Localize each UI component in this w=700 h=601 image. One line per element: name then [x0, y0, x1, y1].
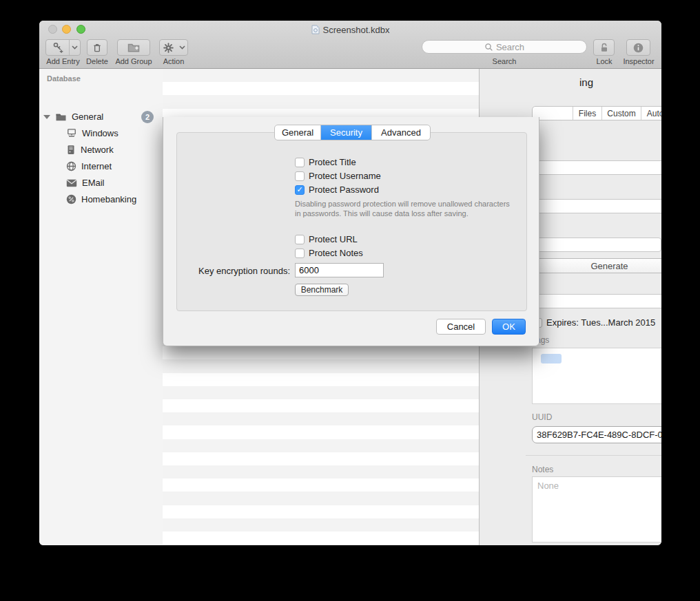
action-label: Action	[159, 57, 188, 65]
sidebar-item-homebanking[interactable]: Homebanking	[66, 193, 136, 206]
tags-box[interactable]	[532, 348, 661, 404]
search-input[interactable]: Search	[422, 40, 587, 54]
document-icon	[311, 25, 320, 34]
inspector-button[interactable]	[626, 39, 650, 56]
tag-token[interactable]	[541, 354, 562, 363]
dialog-tab-bar[interactable]: General Security Advanced	[274, 125, 431, 140]
password-protection-warning: Disabling password protection will remov…	[295, 200, 517, 218]
password-field[interactable]	[532, 238, 661, 252]
inspector-tab-custom[interactable]: Custom	[601, 107, 641, 120]
titlebar-toolbar: Screenshot.kdbx Add Entry Delete Add Gro…	[39, 21, 661, 69]
search-icon	[484, 43, 493, 52]
info-icon	[632, 42, 644, 54]
expires-label: Expires: Tues...March 2015	[546, 317, 655, 328]
protect-title-label: Protect Title	[309, 157, 356, 167]
entry-count-badge: 2	[141, 111, 154, 123]
sidebar-group-general[interactable]: General	[43, 110, 103, 123]
protect-password-checkbox[interactable]: ✓	[295, 185, 305, 195]
sidebar-item-windows[interactable]: Windows	[66, 127, 119, 140]
tab-advanced[interactable]: Advanced	[371, 125, 430, 140]
sidebar-item-label: Internet	[81, 161, 112, 171]
sidebar-item-label: Homebanking	[81, 194, 136, 204]
protect-notes-row: Protect Notes	[295, 248, 363, 258]
server-icon	[66, 145, 76, 155]
sidebar-item-email[interactable]: EMail	[66, 176, 105, 189]
sidebar-item-internet[interactable]: Internet	[66, 160, 112, 173]
tab-general[interactable]: General	[275, 125, 320, 140]
sidebar-header: Database	[47, 74, 81, 83]
add-group-button[interactable]	[117, 39, 150, 56]
protect-notes-checkbox[interactable]	[295, 249, 305, 258]
window-title: Screenshot.kdbx	[39, 25, 661, 35]
search-placeholder: Search	[496, 42, 524, 52]
sidebar-item-label: Windows	[82, 128, 119, 138]
lock-label: Lock	[590, 57, 619, 65]
globe-icon	[66, 161, 76, 171]
sidebar-item-network[interactable]: Network	[66, 143, 114, 156]
sidebar-item-label: EMail	[82, 178, 105, 188]
lock-button[interactable]	[593, 39, 615, 56]
folder-icon	[55, 112, 67, 122]
app-window: Screenshot.kdbx Add Entry Delete Add Gro…	[39, 21, 661, 545]
envelope-icon	[66, 179, 77, 187]
notes-placeholder: None	[537, 481, 559, 491]
add-group-label: Add Group	[112, 57, 155, 65]
uuid-label: UUID	[532, 412, 552, 422]
disclosure-triangle-icon[interactable]	[43, 115, 50, 119]
inspector-tab-autotype[interactable]: Autotype	[641, 107, 661, 120]
expires-row: Expires: Tues...March 2015	[533, 317, 655, 328]
protect-url-row: Protect URL	[295, 234, 358, 244]
notes-label: Notes	[532, 465, 553, 474]
key-rounds-label: Key encryption rounds:	[191, 266, 290, 276]
entry-title-fragment: ing	[579, 76, 593, 88]
inspector-tab-bar[interactable]: Files Custom Autotype	[532, 106, 661, 120]
action-button[interactable]	[159, 39, 188, 56]
trash-icon	[92, 42, 103, 53]
protect-username-label: Protect Username	[309, 171, 381, 181]
inspector-label: Inspector	[620, 57, 657, 65]
key-plus-icon[interactable]	[46, 40, 69, 55]
protect-password-row: ✓ Protect Password	[295, 184, 379, 195]
windows-icon	[66, 128, 77, 138]
ok-button[interactable]: OK	[492, 319, 526, 335]
folder-plus-icon	[127, 42, 140, 53]
add-entry-dropdown-chevron-icon[interactable]	[69, 40, 80, 55]
inspector-tab-files[interactable]: Files	[573, 107, 601, 120]
delete-label: Delete	[82, 57, 112, 65]
security-settings-dialog: General Security Advanced Protect Title …	[163, 117, 539, 346]
protect-username-checkbox[interactable]	[295, 171, 305, 181]
generate-button[interactable]: Generate	[532, 258, 661, 273]
delete-button[interactable]	[87, 39, 107, 56]
notes-box[interactable]: None	[532, 476, 661, 542]
protect-url-label: Protect URL	[309, 234, 358, 244]
protect-url-checkbox[interactable]	[295, 235, 305, 244]
separator	[526, 455, 661, 456]
gear-icon	[160, 40, 177, 55]
content-area: Database General 2 Windows Network	[39, 69, 661, 545]
protect-notes-label: Protect Notes	[309, 248, 363, 258]
percent-icon	[66, 194, 76, 204]
protect-title-checkbox[interactable]	[295, 158, 305, 167]
title-field[interactable]	[532, 160, 661, 175]
benchmark-button[interactable]: Benchmark	[295, 284, 349, 296]
sidebar-group-label: General	[72, 112, 103, 122]
add-entry-button[interactable]	[45, 39, 81, 56]
action-chevron-icon	[177, 40, 187, 55]
tab-security[interactable]: Security	[320, 125, 371, 140]
lock-open-icon	[599, 42, 610, 54]
uuid-field[interactable]: 38F629B7-FC4E-489C-8DCF-0CAB	[532, 426, 661, 443]
protect-title-row: Protect Title	[295, 157, 356, 167]
key-rounds-input[interactable]: 6000	[295, 263, 384, 277]
username-field[interactable]	[532, 199, 661, 213]
add-entry-label: Add Entry	[45, 57, 81, 65]
cancel-button[interactable]: Cancel	[436, 319, 486, 335]
protect-password-label: Protect Password	[309, 184, 379, 195]
sidebar: Database General 2 Windows Network	[39, 69, 163, 545]
url-field[interactable]	[532, 294, 661, 308]
search-label: Search	[422, 57, 587, 65]
sidebar-item-label: Network	[81, 145, 114, 155]
protect-username-row: Protect Username	[295, 171, 381, 181]
